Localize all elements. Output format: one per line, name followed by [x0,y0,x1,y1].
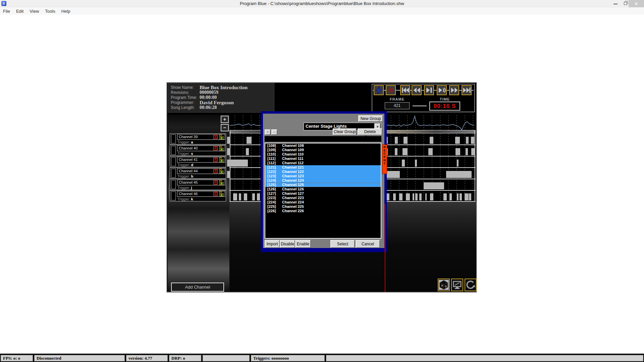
list-item[interactable]: [112]Channel 112 [265,161,381,165]
delete-channel-button[interactable]: X [213,180,218,185]
trigger-event-block [257,193,260,200]
delete-channel-button[interactable]: X [213,169,218,173]
list-item[interactable]: [109]Channel 109 [265,148,381,152]
channel-name-box[interactable]: Channel 39X [177,134,225,140]
channel-id: [111] [267,157,282,161]
list-item[interactable]: [123]Channel 123 [265,174,381,178]
random-cube-button[interactable]: ?? [438,279,450,291]
channel-group-list[interactable]: [108]Channel 108[109]Channel 109[110]Cha… [265,143,381,239]
new-group-button[interactable]: New Group [358,115,383,122]
trigger-event-block [419,193,422,200]
cancel-button[interactable]: Cancel [356,240,380,248]
delete-group-button[interactable]: Delete Group [358,128,382,135]
list-item[interactable]: [126]Channel 126 [265,187,381,191]
add-channel-button[interactable]: Add Channel [171,283,224,292]
list-item[interactable]: [122]Channel 122 [265,170,381,174]
menu-item-tools[interactable]: Tools [42,8,58,15]
recent-tab[interactable]: RECENT [382,144,387,174]
channel-label: Channel 108 [282,143,304,148]
channel-strip[interactable]: Channel 45XTrigger: j [170,179,226,190]
channel-label: Channel 223 [282,196,304,200]
trigger-event-block [446,171,472,178]
enable-button[interactable]: Enable [295,240,311,248]
trigger-event-block [465,193,469,200]
trigger-event-block [425,193,427,200]
list-item[interactable]: [110]Channel 110 [265,152,381,157]
channel-strip[interactable]: Channel 44XTrigger: h [170,168,226,179]
trigger-event-block [466,148,468,155]
trigger-event-block [395,148,397,155]
channel-id: [108] [267,143,282,148]
remove-channel-from-group-button[interactable]: − [271,129,277,135]
list-item[interactable]: [111]Channel 111 [265,157,381,161]
channel-label: Channel 226 [282,209,304,213]
list-item[interactable]: [225]Channel 225 [265,204,381,209]
channel-strip[interactable]: Channel 40XTrigger: s [170,145,226,156]
trigger-event-block [457,160,459,167]
channel-trigger: Trigger: s [177,152,193,156]
menu-item-view[interactable]: View [26,8,42,15]
status-empty [203,355,250,361]
menu-item-help[interactable]: Help [58,8,73,15]
status-bar: FPS: o: oDisconnectedversion: 4.77DRP: o… [0,354,644,362]
channel-name-box[interactable]: Channel 44X [177,168,225,174]
display-button[interactable] [451,279,463,291]
unlock-icon[interactable] [219,146,224,151]
list-item[interactable]: [223]Channel 223 [265,196,381,200]
close-button[interactable]: × [629,0,644,7]
channel-name: Channel 41 [179,158,198,162]
list-item[interactable]: [127]Channel 127 [265,191,381,196]
list-item[interactable]: [124]Channel 124 [265,178,381,183]
channel-name-box[interactable]: Channel 46X [177,191,225,197]
channel-label: Channel 110 [282,152,304,157]
menu-item-edit[interactable]: Edit [13,8,26,15]
trigger-event-block [227,171,230,178]
trigger-event-block [428,148,433,155]
channel-name-box[interactable]: Channel 41X [177,157,225,163]
trigger-event-block [449,193,452,200]
add-channel-to-group-button[interactable]: + [265,129,271,135]
list-item[interactable]: [121]Channel 121 [265,165,381,170]
list-item[interactable]: [125]Channel 125 [265,183,381,187]
trigger-event-block [246,148,249,155]
channel-id: [125] [267,183,282,187]
trigger-event-block [415,160,417,167]
channel-label: Channel 111 [282,157,304,161]
trigger-event-block [227,137,230,144]
delete-channel-button[interactable]: X [213,158,218,162]
delete-channel-button[interactable]: X [213,146,218,150]
channel-strip[interactable]: Channel 39XTrigger: a [170,133,226,144]
delete-channel-button[interactable]: X [213,135,218,139]
channel-label: Channel 124 [282,178,304,183]
list-item[interactable]: [108]Channel 108 [265,143,381,148]
window-title: Program Blue - C:\shows\programblueshows… [0,0,644,7]
channel-label: Channel 123 [282,174,304,178]
channel-id: [123] [267,174,282,178]
channel-name-box[interactable]: Channel 45X [177,180,225,185]
trigger-event-block [460,193,462,200]
unlock-icon[interactable] [219,192,224,196]
clear-group-button[interactable]: Clear Group [333,128,357,135]
channel-name-box[interactable]: Channel 40X [177,145,225,151]
title-bar: B Program Blue - C:\shows\programbluesho… [0,0,644,7]
channel-strip[interactable]: Channel 46XTrigger: k [170,190,226,201]
delete-channel-button[interactable]: X [213,192,218,196]
channel-label: Channel 224 [282,200,304,204]
select-button[interactable]: Select [330,240,355,248]
unlock-icon[interactable] [219,180,224,185]
unlock-icon[interactable] [219,158,224,162]
disable-button[interactable]: Disable [280,240,295,248]
import-button[interactable]: Import [265,240,280,248]
group-select-value: Center Stage Lights [306,124,347,129]
undo-rotate-button[interactable] [465,279,477,291]
unlock-icon[interactable] [219,169,224,174]
list-item[interactable]: [224]Channel 224 [265,200,381,204]
list-item[interactable]: [226]Channel 226 [265,209,381,213]
channel-strip[interactable]: Channel 41XTrigger: d [170,156,226,167]
channel-label: Channel 126 [282,187,304,191]
menu-item-file[interactable]: File [0,8,13,15]
unlock-icon[interactable] [219,135,224,139]
channel-id: [110] [267,152,282,157]
minimize-button[interactable] [610,0,621,7]
channel-name: Channel 39 [179,135,198,139]
